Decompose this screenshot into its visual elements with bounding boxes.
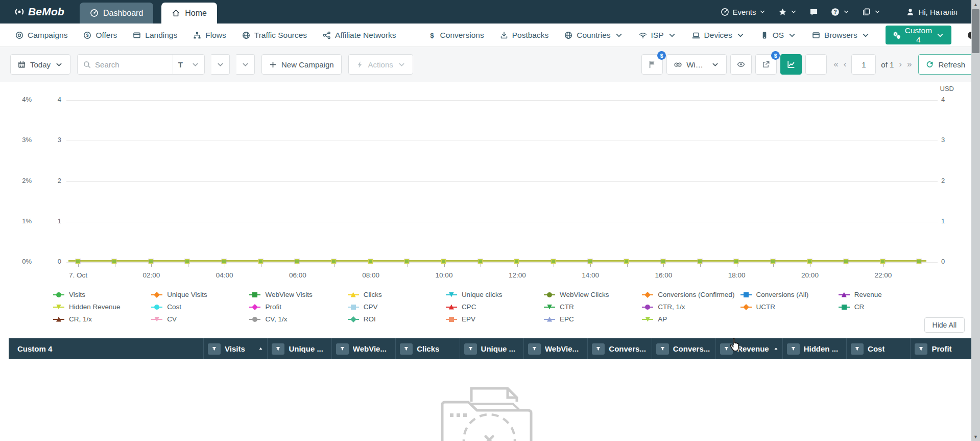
legend-item[interactable]: Revenue xyxy=(839,290,937,299)
x-axis-label: 18:00 xyxy=(728,271,746,279)
legend-item[interactable]: Profit xyxy=(249,302,347,312)
search-input[interactable] xyxy=(91,60,173,69)
traffic-filter-dropdown[interactable]: With Tra... xyxy=(666,54,727,75)
column-filter-button[interactable] xyxy=(915,343,927,355)
nav-item[interactable]: Affiliate Networks xyxy=(323,31,396,40)
table-column-header[interactable]: Profit xyxy=(910,338,971,359)
legend-item[interactable]: CTR xyxy=(544,302,642,312)
nav-item[interactable]: Countries xyxy=(564,31,623,40)
column-filter-button[interactable] xyxy=(528,343,541,355)
legend-item[interactable]: Clicks xyxy=(348,290,446,299)
date-range-button[interactable]: Today xyxy=(10,54,70,75)
hide-all-button[interactable]: Hide All xyxy=(924,317,965,333)
legend-item[interactable]: WebView Clicks xyxy=(544,290,642,299)
flag-filter-button[interactable]: $ xyxy=(641,54,663,75)
legend-item[interactable]: CV xyxy=(151,314,249,324)
nav-item[interactable]: Browsers xyxy=(812,31,870,40)
table-column-header[interactable]: WebVie... xyxy=(523,338,587,359)
table-column-header[interactable]: Convers... xyxy=(587,338,651,359)
column-filter-button[interactable] xyxy=(851,343,864,355)
table-column-header[interactable]: Hidden ... xyxy=(782,338,846,359)
legend-item[interactable]: CPV xyxy=(348,302,446,312)
legend-item[interactable]: Unique clicks xyxy=(446,290,544,299)
table-column-grouping[interactable]: Custom 4 xyxy=(9,338,203,359)
table-column-header[interactable]: Revenue xyxy=(715,338,782,359)
table-column-header[interactable]: Unique ... xyxy=(267,338,331,359)
report-dropdown-button[interactable] xyxy=(211,54,230,75)
export-button[interactable]: $ xyxy=(755,54,777,75)
prev-page-button[interactable]: ‹ xyxy=(844,59,847,69)
visibility-button[interactable] xyxy=(730,54,752,75)
legend-item[interactable]: Cost xyxy=(151,302,249,312)
top-tab[interactable]: Home xyxy=(161,3,217,24)
column-filter-button[interactable] xyxy=(272,343,284,355)
legend-label: Cost xyxy=(167,303,181,311)
chart-toggle-button[interactable] xyxy=(780,54,802,75)
legend-item[interactable]: Hidden Revenue xyxy=(53,302,151,312)
nav-item[interactable]: Postbacks xyxy=(500,31,549,40)
legend-item[interactable]: Unique Visits xyxy=(151,290,249,299)
last-page-button[interactable]: » xyxy=(907,59,912,69)
nav-item[interactable]: $ Offers xyxy=(83,31,117,40)
table-column-header[interactable]: Unique ... xyxy=(460,338,523,359)
column-filter-button[interactable] xyxy=(592,343,605,355)
scrollbar-thumb[interactable] xyxy=(972,9,979,53)
legend-item[interactable]: AP xyxy=(642,314,740,324)
next-page-button[interactable]: › xyxy=(899,59,902,69)
events-icon xyxy=(721,8,729,16)
refresh-button[interactable]: Refresh xyxy=(918,54,973,75)
nav-item[interactable]: Campaigns xyxy=(15,31,67,40)
scroll-down-button[interactable]: ▼ xyxy=(971,432,980,441)
exclude-dropdown-button[interactable] xyxy=(236,54,255,75)
nav-item-label: Browsers xyxy=(824,31,857,40)
feedback-button[interactable] xyxy=(809,8,818,16)
actions-button[interactable]: Actions xyxy=(348,54,413,75)
legend-item[interactable]: CPC xyxy=(446,302,544,312)
top-tab[interactable]: Dashboard xyxy=(80,3,153,24)
legend-item[interactable]: CR xyxy=(839,302,937,312)
column-filter-button[interactable] xyxy=(787,343,800,355)
legend-item[interactable]: CTR, 1/x xyxy=(642,302,740,312)
nav-item[interactable]: Traffic Sources xyxy=(242,31,307,40)
legend-item[interactable]: EPC xyxy=(544,314,642,324)
favorites-menu[interactable] xyxy=(778,8,797,16)
docs-menu[interactable] xyxy=(862,8,880,16)
legend-item[interactable]: ROI xyxy=(348,314,446,324)
nav-item[interactable]: OS xyxy=(760,31,796,40)
legend-item[interactable]: UCTR xyxy=(740,302,839,312)
legend-item[interactable]: Conversions (Confirmed) xyxy=(642,290,740,299)
help-menu[interactable]: ? xyxy=(831,8,849,16)
legend-label: Unique clicks xyxy=(462,291,503,298)
new-campaign-button[interactable]: New Campaign xyxy=(261,54,342,75)
nav-item[interactable]: $ Conversions xyxy=(428,31,484,40)
custom-4-button[interactable]: Custom 4 xyxy=(886,26,951,44)
legend-item[interactable]: Conversions (All) xyxy=(740,290,839,299)
page-number-input[interactable] xyxy=(851,54,876,75)
events-menu[interactable]: Events xyxy=(721,8,766,16)
table-column-header[interactable]: Visits xyxy=(203,338,267,359)
scroll-up-button[interactable]: ▲ xyxy=(971,0,980,9)
column-filter-button[interactable] xyxy=(400,343,413,355)
nav-item[interactable]: Landings xyxy=(133,31,177,40)
column-filter-button[interactable] xyxy=(208,343,221,355)
legend-item[interactable]: EPV xyxy=(446,314,544,324)
legend-item[interactable]: CR, 1/x xyxy=(53,314,151,324)
columns-settings-button[interactable] xyxy=(805,54,827,75)
legend-item[interactable]: CV, 1/x xyxy=(249,314,347,324)
table-column-header[interactable]: Convers... xyxy=(652,338,715,359)
table-column-header[interactable]: WebVie... xyxy=(331,338,395,359)
table-column-header[interactable]: Cost xyxy=(846,338,910,359)
first-page-button[interactable]: « xyxy=(833,59,838,69)
legend-item[interactable]: WebView Visits xyxy=(249,290,347,299)
user-menu[interactable]: Hi, Наталія xyxy=(906,8,958,16)
nav-item[interactable]: Flows xyxy=(193,31,226,40)
table-column-header[interactable]: Clicks xyxy=(395,338,459,359)
column-filter-button[interactable] xyxy=(464,343,477,355)
legend-item[interactable]: Visits xyxy=(53,290,151,299)
vertical-scrollbar[interactable]: ▲ ▼ xyxy=(971,0,980,441)
column-filter-button[interactable] xyxy=(656,343,669,355)
nav-item[interactable]: Devices xyxy=(692,31,745,40)
search-type-dropdown[interactable]: T xyxy=(173,55,204,74)
nav-item[interactable]: ISP xyxy=(639,31,676,40)
column-filter-button[interactable] xyxy=(336,343,349,355)
